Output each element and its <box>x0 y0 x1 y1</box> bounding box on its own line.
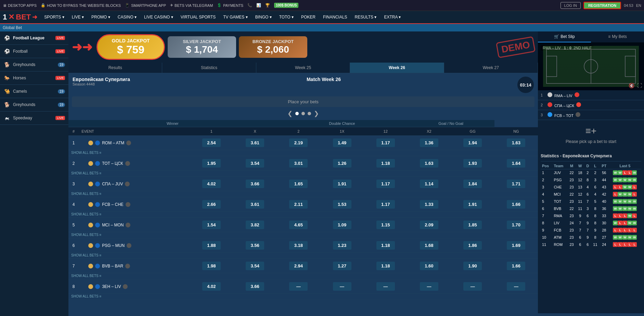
my-bets-tab[interactable]: ≡ My Bets <box>591 31 644 42</box>
odds-1-button[interactable]: 1.54 <box>202 221 221 229</box>
odds-2-button[interactable]: 2.11 <box>289 200 308 209</box>
nav-toto[interactable]: TOTO ▾ <box>276 13 297 22</box>
odds-1x-button[interactable]: 1.26 <box>333 159 351 168</box>
odds-2-cell[interactable]: 4.65 <box>277 218 320 232</box>
odds-1-cell[interactable]: 1.54 <box>190 218 233 232</box>
odds-2-cell[interactable]: 2.94 <box>277 259 320 273</box>
odds-1x-cell[interactable]: 1.53 <box>320 197 364 212</box>
odds-ng-button[interactable]: 1.66 <box>507 200 525 209</box>
odds-gg-button[interactable]: 1.86 <box>463 241 482 250</box>
odds-2-cell[interactable]: — <box>277 279 320 294</box>
odds-x-cell[interactable]: 3.82 <box>233 218 277 232</box>
odds-x2-cell[interactable]: 1.33 <box>407 197 451 212</box>
odds-x-button[interactable]: 3.54 <box>246 262 264 270</box>
odds-x2-button[interactable]: 1.68 <box>420 241 438 250</box>
odds-gg-button[interactable]: 1.85 <box>463 221 482 229</box>
trophy-link[interactable]: 🏆 <box>265 3 270 8</box>
nav-results[interactable]: RESULTS ▾ <box>351 13 380 22</box>
odds-ng-button[interactable]: 1.64 <box>507 159 525 168</box>
chart-link[interactable]: 📊 <box>256 3 261 8</box>
odds-x2-button[interactable]: 1.33 <box>420 200 438 209</box>
phone-link[interactable]: 📞 <box>247 3 252 8</box>
odds-ng-button[interactable]: 1.71 <box>507 180 525 188</box>
odds-1-button[interactable]: 2.54 <box>202 139 221 147</box>
odds-ng-cell[interactable]: 1.70 <box>494 218 538 232</box>
odds-x-button[interactable]: 3.82 <box>246 221 264 229</box>
odds-x-button[interactable]: 3.66 <box>246 282 264 291</box>
odds-1x-cell[interactable]: 1.09 <box>320 218 364 232</box>
odds-2-cell[interactable]: 1.65 <box>277 177 320 191</box>
odds-gg-button[interactable]: 1.93 <box>463 159 482 168</box>
show-all-bets-link[interactable]: SHOW ALL BETS ≡ <box>68 273 538 279</box>
odds-ng-cell[interactable]: 1.63 <box>494 136 538 150</box>
odds-x2-button[interactable]: 2.09 <box>420 221 438 229</box>
odds-ng-cell[interactable]: 1.69 <box>494 238 538 253</box>
odds-gg-cell[interactable]: 1.85 <box>451 218 494 232</box>
odds-x-cell[interactable]: 3.54 <box>233 259 277 273</box>
odds-x-cell[interactable]: 3.61 <box>233 197 277 212</box>
bypass-link[interactable]: 🔒 HOW TO BYPASS THE WEBSITE BLOCKS <box>41 3 121 8</box>
odds-1x-button[interactable]: 1.09 <box>333 221 351 229</box>
odds-gg-button[interactable]: 1.91 <box>463 200 482 209</box>
odds-gg-cell[interactable]: 1.94 <box>451 136 494 150</box>
odds-x-cell[interactable]: 3.56 <box>233 238 277 253</box>
odds-2-button[interactable]: 2.19 <box>289 139 308 147</box>
odds-1-cell[interactable]: 1.95 <box>190 156 233 171</box>
odds-1x-cell[interactable]: 1.91 <box>320 177 364 191</box>
odds-12-button[interactable]: 1.17 <box>376 200 395 209</box>
nav-poker[interactable]: POKER <box>298 13 319 22</box>
odds-1x-cell[interactable]: 1.27 <box>320 259 364 273</box>
odds-x2-button[interactable]: 1.14 <box>420 180 438 188</box>
nav-promo[interactable]: PROMO ▾ <box>88 13 114 22</box>
odds-2-button[interactable]: — <box>289 282 308 291</box>
odds-x-button[interactable]: 3.61 <box>246 200 264 209</box>
tab-week26[interactable]: Week 26 <box>350 63 444 73</box>
show-all-bets-link[interactable]: SHOW ALL BETS ≡ <box>68 294 538 300</box>
odds-ng-cell[interactable]: — <box>494 279 538 294</box>
show-all-bets-link[interactable]: SHOW ALL BETS ≡ <box>68 232 538 238</box>
mute-button[interactable]: 🔇 <box>629 83 634 88</box>
odds-12-button[interactable]: 1.17 <box>376 180 395 188</box>
odds-12-cell[interactable]: 1.18 <box>364 238 407 253</box>
odds-x-button[interactable]: 3.54 <box>246 159 264 168</box>
odds-x2-button[interactable]: 1.60 <box>420 262 438 270</box>
odds-1-button[interactable]: 2.66 <box>202 200 221 209</box>
odds-1-cell[interactable]: 1.98 <box>190 259 233 273</box>
telegram-bets-link[interactable]: ✈ BETS VIA TELEGRAM <box>170 3 213 8</box>
odds-12-button[interactable]: 1.17 <box>376 139 395 147</box>
odds-x2-cell[interactable]: 2.09 <box>407 218 451 232</box>
bet-slip-tab[interactable]: 🛒 Bet Slip <box>538 31 591 42</box>
odds-1x-button[interactable]: 1.49 <box>333 139 351 147</box>
smartphone-app-link[interactable]: 📱 SMARTPHONE APP <box>125 3 166 8</box>
sidebar-item-speedway[interactable]: 🏍 Speedway LIVE <box>0 111 68 124</box>
odds-1x-cell[interactable]: 1.26 <box>320 156 364 171</box>
odds-gg-cell[interactable]: — <box>451 279 494 294</box>
odds-12-cell[interactable]: 1.18 <box>364 259 407 273</box>
odds-2-cell[interactable]: 3.01 <box>277 156 320 171</box>
sidebar-item-football-league[interactable]: ⚽ Football League LIVE <box>0 31 68 44</box>
odds-12-cell[interactable]: 1.17 <box>364 197 407 212</box>
odds-x2-cell[interactable]: 1.68 <box>407 238 451 253</box>
odds-gg-button[interactable]: 1.84 <box>463 180 482 188</box>
odds-2-button[interactable]: 3.01 <box>289 159 308 168</box>
odds-2-cell[interactable]: 2.19 <box>277 136 320 150</box>
odds-x-cell[interactable]: 3.61 <box>233 136 277 150</box>
odds-x-button[interactable]: 3.61 <box>246 139 264 147</box>
payments-link[interactable]: 💲 PAYMENTS <box>217 3 243 8</box>
odds-2-button[interactable]: 3.18 <box>289 241 308 250</box>
odds-x2-cell[interactable]: — <box>407 279 451 294</box>
odds-12-button[interactable]: 1.18 <box>376 262 395 270</box>
bonus-link[interactable]: 100$ BONUS <box>274 3 298 8</box>
nav-tv-games[interactable]: TV GAMES ▾ <box>220 13 251 22</box>
live-match-2[interactable]: 2 СПА – ЦСК <box>538 100 644 110</box>
show-all-bets-link[interactable]: SHOW ALL BETS ≡ <box>68 171 538 176</box>
tab-week25[interactable]: Week 25 <box>256 63 350 73</box>
odds-1-button[interactable]: 1.98 <box>202 262 221 270</box>
odds-x2-button[interactable]: 1.36 <box>420 139 438 147</box>
odds-gg-cell[interactable]: 1.90 <box>451 259 494 273</box>
odds-1x-cell[interactable]: — <box>320 279 364 294</box>
odds-x2-cell[interactable]: 1.63 <box>407 156 451 171</box>
odds-1-cell[interactable]: 4.02 <box>190 279 233 294</box>
odds-gg-cell[interactable]: 1.93 <box>451 156 494 171</box>
carousel-dot-3[interactable] <box>308 112 311 115</box>
